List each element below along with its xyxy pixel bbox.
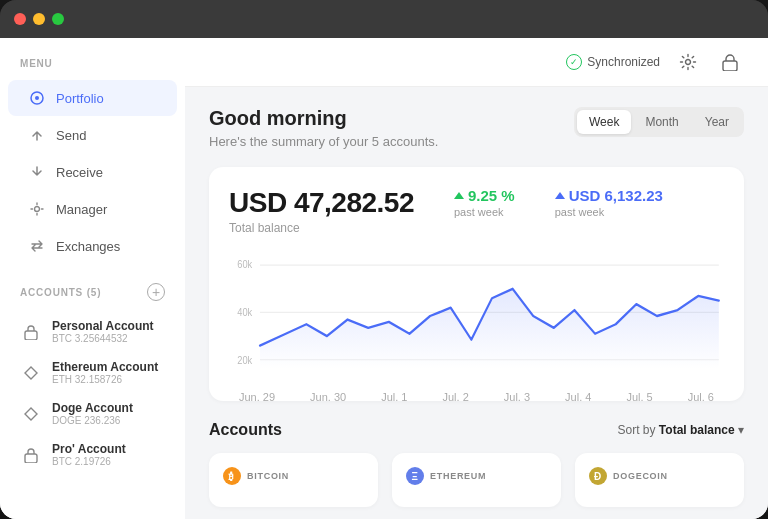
filter-year[interactable]: Year [693,110,741,134]
diamond-icon [20,403,42,425]
sidebar-account-ethereum[interactable]: Ethereum Account ETH 32.158726 [0,352,185,393]
chart-container: 60k 40k 20k [229,251,724,381]
greeting-text: Good morning Here's the summary of your … [209,107,438,149]
sidebar-account-pro[interactable]: Pro' Account BTC 2.19726 [0,434,185,475]
accounts-title-row: Accounts Sort by Total balance ▾ [209,421,744,439]
x-label: Jul. 1 [381,391,407,403]
sidebar-item-manager[interactable]: Manager [8,191,177,227]
send-icon [28,126,46,144]
sidebar-item-label: Manager [56,202,107,217]
account-sub: DOGE 236.236 [52,415,165,426]
chart-x-labels: Jun. 29 Jun. 30 Jul. 1 Jul. 2 Jul. 3 Jul… [229,385,724,403]
sidebar-item-exchanges[interactable]: Exchanges [8,228,177,264]
eth-dot: Ξ [406,467,424,485]
sidebar-nav: Portfolio Send Rec [0,79,185,265]
account-info: Pro' Account BTC 2.19726 [52,442,165,467]
traffic-lights [14,13,64,25]
stat-percentage-label: past week [454,206,515,218]
svg-rect-4 [25,454,37,463]
balance-label: Total balance [229,221,414,235]
accounts-section: ACCOUNTS (5) + Personal Account BTC 3.25… [0,283,185,475]
x-label: Jul. 3 [504,391,530,403]
sync-icon: ✓ [566,54,582,70]
manager-icon [28,200,46,218]
svg-marker-13 [260,289,719,369]
sort-button[interactable]: Sort by Total balance ▾ [618,423,745,437]
up-arrow-blue-icon [555,192,565,199]
up-arrow-icon [454,192,464,199]
greeting-section: Good morning Here's the summary of your … [209,107,744,149]
app-body: MENU Portfolio [0,38,768,519]
svg-rect-6 [723,61,737,71]
sync-badge: ✓ Synchronized [566,54,660,70]
account-cards: ₿ BITCOIN Ξ ETHEREUM Ð DOGECOIN [209,453,744,507]
close-button[interactable] [14,13,26,25]
stat-percentage-value: 9.25 % [454,187,515,204]
balance-section: USD 47,282.52 Total balance [229,187,414,235]
svg-rect-3 [25,331,37,340]
title-bar [0,0,768,38]
balance-amount: USD 47,282.52 [229,187,414,219]
x-label: Jul. 5 [626,391,652,403]
card-currency-label: Ξ ETHEREUM [406,467,547,485]
accounts-header: ACCOUNTS (5) + [0,283,185,301]
svg-point-5 [686,60,691,65]
accounts-title: Accounts [209,421,282,439]
x-label: Jul. 4 [565,391,591,403]
lock-icon [20,321,42,343]
stat-usd-label: past week [555,206,663,218]
account-sub: BTC 3.25644532 [52,333,165,344]
sidebar-item-send[interactable]: Send [8,117,177,153]
portfolio-stats: USD 47,282.52 Total balance 9.25 % past … [229,187,724,235]
sidebar: MENU Portfolio [0,38,185,519]
app-window: MENU Portfolio [0,0,768,519]
card-currency-label: ₿ BITCOIN [223,467,364,485]
sidebar-account-doge[interactable]: Doge Account DOGE 236.236 [0,393,185,434]
account-name: Doge Account [52,401,165,415]
svg-text:60k: 60k [237,258,252,270]
card-currency-label: Ð DOGECOIN [589,467,730,485]
x-label: Jul. 2 [442,391,468,403]
sidebar-account-personal[interactable]: Personal Account BTC 3.25644532 [0,311,185,352]
account-info: Ethereum Account ETH 32.158726 [52,360,165,385]
account-info: Doge Account DOGE 236.236 [52,401,165,426]
account-card-dogecoin[interactable]: Ð DOGECOIN [575,453,744,507]
account-name: Personal Account [52,319,165,333]
svg-point-2 [35,207,40,212]
btc-dot: ₿ [223,467,241,485]
main-content: ✓ Synchronized [185,38,768,519]
doge-dot: Ð [589,467,607,485]
sidebar-item-receive[interactable]: Receive [8,154,177,190]
accounts-section-label: ACCOUNTS (5) [20,287,101,298]
svg-point-1 [35,96,39,100]
sidebar-item-label: Receive [56,165,103,180]
svg-text:20k: 20k [237,355,252,367]
settings-button[interactable] [674,48,702,76]
account-sub: ETH 32.158726 [52,374,165,385]
svg-text:40k: 40k [237,306,252,318]
content-area: Good morning Here's the summary of your … [185,87,768,519]
stat-usd-value: USD 6,132.23 [555,187,663,204]
filter-week[interactable]: Week [577,110,631,134]
account-name: Pro' Account [52,442,165,456]
account-name: Ethereum Account [52,360,165,374]
time-filter: Week Month Year [574,107,744,137]
lock-button[interactable] [716,48,744,76]
account-card-bitcoin[interactable]: ₿ BITCOIN [209,453,378,507]
portfolio-chart: 60k 40k 20k [229,251,724,381]
x-label: Jun. 30 [310,391,346,403]
stat-usd: USD 6,132.23 past week [555,187,663,218]
filter-month[interactable]: Month [633,110,690,134]
add-account-button[interactable]: + [147,283,165,301]
greeting-heading: Good morning [209,107,438,130]
lock-icon [20,444,42,466]
x-label: Jun. 29 [239,391,275,403]
sidebar-item-label: Send [56,128,86,143]
account-card-ethereum[interactable]: Ξ ETHEREUM [392,453,561,507]
sidebar-item-label: Portfolio [56,91,104,106]
sidebar-item-portfolio[interactable]: Portfolio [8,80,177,116]
top-bar: ✓ Synchronized [185,38,768,87]
minimize-button[interactable] [33,13,45,25]
maximize-button[interactable] [52,13,64,25]
exchanges-icon [28,237,46,255]
